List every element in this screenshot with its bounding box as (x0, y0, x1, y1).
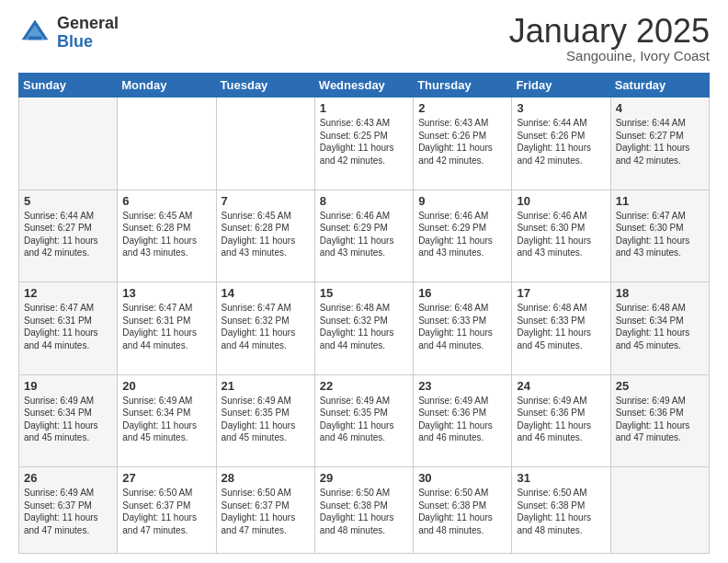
day-info: Sunrise: 6:47 AMSunset: 6:30 PMDaylight:… (616, 210, 704, 259)
day-number: 17 (517, 286, 605, 300)
table-row: 27Sunrise: 6:50 AMSunset: 6:37 PMDayligh… (118, 467, 216, 554)
table-row: 2Sunrise: 6:43 AMSunset: 6:26 PMDaylight… (414, 98, 512, 190)
day-number: 19 (24, 379, 112, 393)
header-wednesday: Wednesday (314, 74, 413, 98)
table-row: 19Sunrise: 6:49 AMSunset: 6:34 PMDayligh… (19, 374, 118, 467)
logo-icon (18, 17, 51, 50)
table-row: 1Sunrise: 6:43 AMSunset: 6:25 PMDaylight… (314, 98, 413, 190)
day-number: 24 (517, 379, 605, 393)
header-friday: Friday (512, 74, 610, 98)
day-info: Sunrise: 6:49 AMSunset: 6:36 PMDaylight:… (418, 395, 506, 444)
header-sunday: Sunday (19, 74, 118, 98)
table-row: 14Sunrise: 6:47 AMSunset: 6:32 PMDayligh… (216, 282, 314, 375)
table-row (118, 98, 216, 190)
day-number: 25 (616, 379, 704, 393)
day-number: 18 (616, 286, 704, 300)
table-row: 15Sunrise: 6:48 AMSunset: 6:32 PMDayligh… (314, 282, 413, 375)
weekday-header-row: Sunday Monday Tuesday Wednesday Thursday… (19, 74, 710, 98)
logo: General Blue (18, 15, 119, 52)
day-number: 4 (616, 101, 704, 115)
day-number: 28 (222, 471, 310, 485)
table-row: 30Sunrise: 6:50 AMSunset: 6:38 PMDayligh… (414, 467, 512, 554)
day-info: Sunrise: 6:49 AMSunset: 6:35 PMDaylight:… (320, 395, 408, 444)
location-subtitle: Sangouine, Ivory Coast (509, 48, 710, 63)
day-info: Sunrise: 6:47 AMSunset: 6:31 PMDaylight:… (122, 302, 210, 351)
day-info: Sunrise: 6:49 AMSunset: 6:36 PMDaylight:… (517, 395, 605, 444)
table-row: 3Sunrise: 6:44 AMSunset: 6:26 PMDaylight… (512, 98, 610, 190)
day-number: 30 (418, 471, 506, 485)
day-number: 12 (24, 286, 112, 300)
day-number: 14 (222, 286, 310, 300)
table-row: 13Sunrise: 6:47 AMSunset: 6:31 PMDayligh… (118, 282, 216, 375)
day-info: Sunrise: 6:46 AMSunset: 6:29 PMDaylight:… (320, 210, 408, 259)
svg-rect-2 (28, 36, 41, 40)
day-info: Sunrise: 6:46 AMSunset: 6:29 PMDaylight:… (418, 210, 506, 259)
calendar-week-row: 12Sunrise: 6:47 AMSunset: 6:31 PMDayligh… (19, 282, 710, 375)
day-number: 7 (222, 194, 310, 208)
day-info: Sunrise: 6:45 AMSunset: 6:28 PMDaylight:… (122, 210, 210, 259)
day-info: Sunrise: 6:48 AMSunset: 6:34 PMDaylight:… (616, 302, 704, 351)
table-row: 18Sunrise: 6:48 AMSunset: 6:34 PMDayligh… (610, 282, 709, 375)
day-info: Sunrise: 6:49 AMSunset: 6:34 PMDaylight:… (24, 395, 112, 444)
day-info: Sunrise: 6:48 AMSunset: 6:33 PMDaylight:… (418, 302, 506, 351)
table-row: 10Sunrise: 6:46 AMSunset: 6:30 PMDayligh… (512, 190, 610, 282)
table-row: 22Sunrise: 6:49 AMSunset: 6:35 PMDayligh… (314, 374, 413, 467)
day-info: Sunrise: 6:50 AMSunset: 6:38 PMDaylight:… (320, 487, 408, 536)
day-number: 21 (222, 379, 310, 393)
calendar-week-row: 19Sunrise: 6:49 AMSunset: 6:34 PMDayligh… (19, 374, 710, 467)
table-row (610, 467, 709, 554)
table-row: 23Sunrise: 6:49 AMSunset: 6:36 PMDayligh… (414, 374, 512, 467)
table-row (19, 98, 118, 190)
day-number: 6 (122, 194, 210, 208)
calendar-week-row: 1Sunrise: 6:43 AMSunset: 6:25 PMDaylight… (19, 98, 710, 190)
day-info: Sunrise: 6:49 AMSunset: 6:34 PMDaylight:… (122, 395, 210, 444)
day-number: 9 (418, 194, 506, 208)
day-number: 1 (320, 101, 408, 115)
table-row: 6Sunrise: 6:45 AMSunset: 6:28 PMDaylight… (118, 190, 216, 282)
header-saturday: Saturday (610, 74, 709, 98)
table-row: 17Sunrise: 6:48 AMSunset: 6:33 PMDayligh… (512, 282, 610, 375)
day-number: 13 (122, 286, 210, 300)
calendar-week-row: 5Sunrise: 6:44 AMSunset: 6:27 PMDaylight… (19, 190, 710, 282)
day-number: 2 (418, 101, 506, 115)
table-row: 11Sunrise: 6:47 AMSunset: 6:30 PMDayligh… (610, 190, 709, 282)
table-row: 21Sunrise: 6:49 AMSunset: 6:35 PMDayligh… (216, 374, 314, 467)
table-row: 26Sunrise: 6:49 AMSunset: 6:37 PMDayligh… (19, 467, 118, 554)
day-number: 8 (320, 194, 408, 208)
day-number: 23 (418, 379, 506, 393)
header: General Blue January 2025 Sangouine, Ivo… (18, 15, 710, 63)
day-info: Sunrise: 6:46 AMSunset: 6:30 PMDaylight:… (517, 210, 605, 259)
day-number: 27 (122, 471, 210, 485)
day-info: Sunrise: 6:50 AMSunset: 6:38 PMDaylight:… (517, 487, 605, 536)
day-info: Sunrise: 6:47 AMSunset: 6:32 PMDaylight:… (222, 302, 310, 351)
table-row: 20Sunrise: 6:49 AMSunset: 6:34 PMDayligh… (118, 374, 216, 467)
day-info: Sunrise: 6:50 AMSunset: 6:38 PMDaylight:… (418, 487, 506, 536)
table-row: 28Sunrise: 6:50 AMSunset: 6:37 PMDayligh… (216, 467, 314, 554)
title-block: January 2025 Sangouine, Ivory Coast (509, 15, 710, 63)
table-row: 8Sunrise: 6:46 AMSunset: 6:29 PMDaylight… (314, 190, 413, 282)
table-row: 12Sunrise: 6:47 AMSunset: 6:31 PMDayligh… (19, 282, 118, 375)
day-info: Sunrise: 6:50 AMSunset: 6:37 PMDaylight:… (222, 487, 310, 536)
day-number: 29 (320, 471, 408, 485)
day-info: Sunrise: 6:49 AMSunset: 6:36 PMDaylight:… (616, 395, 704, 444)
table-row: 16Sunrise: 6:48 AMSunset: 6:33 PMDayligh… (414, 282, 512, 375)
header-thursday: Thursday (414, 74, 512, 98)
logo-general-text: General (57, 15, 119, 33)
day-number: 16 (418, 286, 506, 300)
day-info: Sunrise: 6:43 AMSunset: 6:26 PMDaylight:… (418, 117, 506, 167)
month-title: January 2025 (509, 15, 710, 48)
day-number: 26 (24, 471, 112, 485)
day-number: 20 (122, 379, 210, 393)
day-info: Sunrise: 6:48 AMSunset: 6:33 PMDaylight:… (517, 302, 605, 351)
day-number: 10 (517, 194, 605, 208)
table-row: 5Sunrise: 6:44 AMSunset: 6:27 PMDaylight… (19, 190, 118, 282)
calendar-table: Sunday Monday Tuesday Wednesday Thursday… (18, 73, 710, 554)
calendar-week-row: 26Sunrise: 6:49 AMSunset: 6:37 PMDayligh… (19, 467, 710, 554)
table-row: 4Sunrise: 6:44 AMSunset: 6:27 PMDaylight… (610, 98, 709, 190)
table-row: 24Sunrise: 6:49 AMSunset: 6:36 PMDayligh… (512, 374, 610, 467)
table-row: 7Sunrise: 6:45 AMSunset: 6:28 PMDaylight… (216, 190, 314, 282)
day-number: 22 (320, 379, 408, 393)
day-info: Sunrise: 6:49 AMSunset: 6:37 PMDaylight:… (24, 487, 112, 536)
page: General Blue January 2025 Sangouine, Ivo… (0, 0, 728, 563)
day-info: Sunrise: 6:43 AMSunset: 6:25 PMDaylight:… (320, 117, 408, 167)
